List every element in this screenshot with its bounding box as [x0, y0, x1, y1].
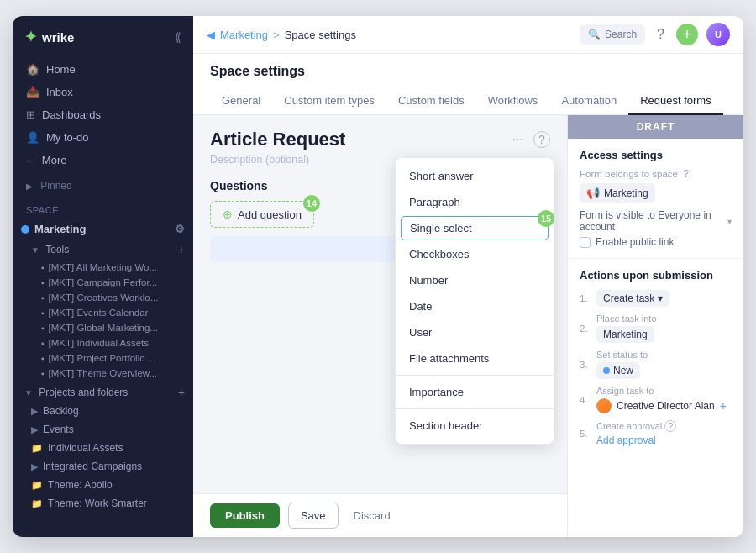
sidebar-item-label: Home — [46, 63, 76, 76]
dropdown-item-file-attachments[interactable]: File attachments — [396, 345, 554, 371]
action-num: 4. — [580, 395, 591, 405]
sidebar-space-marketing[interactable]: Marketing ⚙ — [13, 219, 193, 240]
sidebar-item-mkt-creatives[interactable]: ▪ [MKT] Creatives Worklo... — [13, 290, 193, 305]
sidebar-collapse-button[interactable]: ⟪ — [175, 30, 181, 44]
save-button[interactable]: Save — [288, 503, 339, 529]
search-label: Search — [605, 29, 637, 40]
gear-icon[interactable]: ⚙ — [175, 223, 185, 235]
search-icon: 🔍 — [588, 29, 601, 40]
form-help-button[interactable]: ? — [533, 131, 550, 148]
tools-toggle[interactable]: ▼ Tools — [31, 244, 69, 255]
user-avatar[interactable]: U — [706, 23, 730, 46]
back-icon[interactable]: ◀ — [207, 29, 215, 41]
action-row-create-task: 1. Create task ▾ — [580, 290, 732, 307]
sidebar-item-mkt-all[interactable]: ▪ [MKT] All Marketing Wo... — [13, 260, 193, 275]
add-button[interactable]: + — [676, 24, 698, 45]
sidebar-item-inbox[interactable]: 📥 Inbox — [13, 81, 193, 103]
create-task-chip[interactable]: Create task ▾ — [596, 290, 669, 307]
dropdown-item-checkboxes[interactable]: Checkboxes — [396, 241, 554, 267]
doc-icon: ▪ — [41, 339, 45, 348]
add-assignee-button[interactable]: + — [720, 399, 727, 413]
add-question-label: Add question — [238, 208, 302, 221]
sidebar-item-mkt-portfolio[interactable]: ▪ [MKT] Project Portfolio ... — [13, 350, 193, 366]
visibility-row: Form is visible to Everyone in account ▾ — [580, 209, 732, 233]
visibility-label: Form is visible to Everyone in account — [580, 209, 726, 233]
search-button[interactable]: 🔍 Search — [580, 24, 645, 45]
doc-icon: ▪ — [41, 278, 45, 287]
logo-icon: ✦ — [24, 28, 37, 46]
sidebar-item-mkt-theme[interactable]: ▪ [MKT] Theme Overview... — [13, 366, 193, 381]
dropdown-item-section-header[interactable]: Section header — [396, 413, 554, 439]
publish-button[interactable]: Publish — [210, 503, 280, 528]
dropdown-item-short-answer[interactable]: Short answer — [396, 163, 554, 189]
tab-custom-fields[interactable]: Custom fields — [386, 87, 476, 115]
assignee-name: Creative Director Alan — [617, 400, 715, 412]
sidebar-item-mkt-events[interactable]: ▪ [MKT] Events Calendar — [13, 305, 193, 320]
doc-icon: ▪ — [41, 308, 45, 318]
access-settings-section: Access settings Form belongs to space ? … — [568, 139, 743, 259]
pinned-label: Pinned — [40, 180, 71, 192]
add-question-button[interactable]: ⊕ Add question 14 — [210, 201, 314, 228]
dropdown-item-number[interactable]: Number — [396, 267, 554, 293]
action-num: 5. — [580, 429, 591, 439]
sidebar-item-more[interactable]: ··· More — [13, 149, 193, 171]
sidebar-item-theme-work[interactable]: 📁 Theme: Work Smarter — [13, 494, 193, 513]
sidebar-item-label: My to-do — [46, 131, 89, 144]
create-approval-label: Create approval — [596, 421, 662, 431]
form-title-actions: ··· ? — [509, 130, 550, 149]
page-title: Space settings — [210, 64, 727, 79]
app-name: wrike — [42, 30, 74, 45]
main-area: ◀ Marketing > Space settings 🔍 Search ? … — [193, 16, 743, 537]
sidebar-item-dashboards[interactable]: ⊞ Dashboards — [13, 103, 193, 126]
access-settings-title: Access settings — [580, 149, 732, 161]
dropdown-item-date[interactable]: Date — [396, 293, 554, 319]
tab-custom-item-types[interactable]: Custom item types — [272, 87, 386, 115]
breadcrumb: ◀ Marketing > Space settings — [207, 29, 356, 41]
action-num: 1. — [580, 293, 591, 303]
sidebar-item-individual-assets[interactable]: 📁 Individual Assets — [13, 439, 193, 457]
folder-label: Individual Assets — [48, 442, 123, 454]
sidebar-item-mkt-individual[interactable]: ▪ [MKT] Individual Assets — [13, 335, 193, 350]
sidebar-nav: 🏠 Home 📥 Inbox ⊞ Dashboards 👤 My to-do ·… — [13, 55, 193, 175]
tab-general[interactable]: General — [210, 87, 272, 115]
topbar-actions: 🔍 Search ? + U — [580, 23, 730, 46]
sidebar-item-integrated-campaigns[interactable]: ▶ Integrated Campaigns — [13, 457, 193, 476]
sidebar-item-events[interactable]: ▶ Events — [13, 420, 193, 439]
tab-request-forms[interactable]: Request forms — [628, 87, 723, 115]
chevron-down-icon[interactable]: ▾ — [727, 217, 732, 226]
add-approval-link[interactable]: Add approval — [596, 434, 656, 446]
dropdown-item-user[interactable]: User — [396, 319, 554, 345]
topbar: ◀ Marketing > Space settings 🔍 Search ? … — [193, 16, 743, 54]
content-area: Space settings General Custom item types… — [193, 54, 743, 537]
dropdown-item-importance[interactable]: Importance — [396, 379, 554, 405]
action-num: 2. — [580, 324, 591, 334]
tab-workflows[interactable]: Workflows — [476, 87, 550, 115]
sidebar-item-backlog[interactable]: ▶ Backlog — [13, 402, 193, 420]
public-link-checkbox[interactable] — [580, 237, 591, 248]
projects-add-button[interactable]: + — [178, 386, 185, 399]
marketing-chip[interactable]: Marketing — [596, 326, 654, 343]
dropdown-item-paragraph[interactable]: Paragraph — [396, 189, 554, 215]
status-chip-label: New — [613, 365, 633, 377]
draft-badge: DRAFT — [568, 115, 743, 139]
projects-toggle[interactable]: ▼ Projects and folders — [24, 387, 128, 398]
sidebar-item-mkt-campaign[interactable]: ▪ [MKT] Campaign Perfor... — [13, 275, 193, 290]
tab-automation[interactable]: Automation — [549, 87, 628, 115]
sidebar-item-my-todo[interactable]: 👤 My to-do — [13, 126, 193, 149]
more-options-button[interactable]: ··· — [509, 130, 527, 149]
tool-item-label: [MKT] Global Marketing... — [49, 323, 158, 333]
sidebar-pinned[interactable]: ▶ Pinned — [13, 175, 193, 197]
status-chip[interactable]: New — [596, 362, 640, 379]
breadcrumb-link[interactable]: Marketing — [220, 29, 268, 41]
tools-add-button[interactable]: + — [178, 243, 185, 256]
badge-15: 15 — [538, 210, 554, 227]
sidebar-item-mkt-global[interactable]: ▪ [MKT] Global Marketing... — [13, 320, 193, 335]
doc-icon: ▪ — [41, 263, 45, 272]
projects-list: ▶ Backlog ▶ Events 📁 Individual Assets ▶… — [13, 402, 193, 513]
discard-button[interactable]: Discard — [347, 503, 397, 528]
tools-label: Tools — [45, 244, 69, 255]
sidebar-item-theme-apollo[interactable]: 📁 Theme: Apollo — [13, 476, 193, 494]
help-button[interactable]: ? — [654, 24, 668, 45]
dropdown-item-single-select[interactable]: Single select 15 — [401, 216, 549, 240]
sidebar-item-home[interactable]: 🏠 Home — [13, 58, 193, 81]
